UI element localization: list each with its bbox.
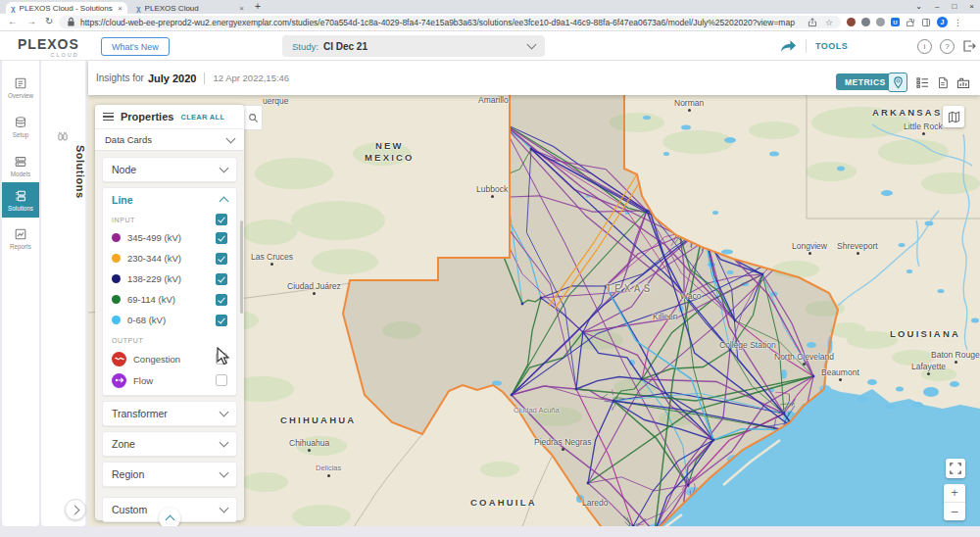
zoom-out-button[interactable]: – [944,503,965,520]
logout-icon[interactable] [962,39,976,53]
back-button[interactable]: ← [8,16,18,26]
extension-icon[interactable] [847,18,856,26]
sidebar-item-models[interactable]: Models [2,149,39,182]
browser-tab-active[interactable]: χ PLEXOS Cloud - Solutions × [6,2,127,14]
fullscreen-button[interactable] [946,459,965,478]
app-header: PLEXOS CLOUD What's New Study: CI Dec 21… [0,31,980,61]
legend-list-button[interactable] [912,73,932,92]
browser-urlbar: ← → ↻ https://cloud-web-ee-preprod2-wu2.… [0,14,980,31]
logo-subtext: CLOUD [18,53,79,59]
omnibox-icons: ☆ [808,18,833,27]
sidebar-item-reports[interactable]: Reports [2,221,39,255]
chevron-down-icon [220,504,229,513]
panel-scrollbar[interactable] [240,220,244,314]
tools-menu[interactable]: TOOLS [815,41,848,51]
congestion-icon [112,352,126,366]
tab-close-icon[interactable]: × [118,4,122,13]
flow-row: Flow [103,369,236,391]
output-group: OUTPUT [103,332,236,348]
input-checkbox[interactable] [216,214,227,225]
solutions-icon [14,189,27,203]
data-cards-dropdown[interactable]: Data Cards [95,129,244,151]
browser-tabstrip: χ PLEXOS Cloud - Solutions × χ PLEXOS Cl… [0,0,980,14]
insights-bar: Insights for July 2020 12 Apr 2022,15:46… [88,61,980,95]
region-card[interactable]: Region [102,462,237,487]
expand-panel-button[interactable] [65,499,86,520]
forward-button[interactable]: → [26,16,36,26]
flow-checkbox[interactable] [216,374,227,386]
page-bottom-strip [0,526,980,537]
properties-search-button[interactable] [244,105,263,130]
voltage-row: 138-229 (kV) [103,268,236,289]
sidebar-item-setup[interactable]: Setup [2,110,39,143]
profile-avatar[interactable]: J [937,17,948,27]
metrics-button[interactable]: METRICS [836,73,895,90]
browser-menu-icon[interactable]: ⋮ [954,18,962,27]
browser-nav-buttons: ← → ↻ [8,16,53,26]
insights-timestamp: 12 Apr 2022,15:46 [213,73,289,83]
legend-list-icon [916,76,929,89]
voltage-color-dot [112,233,121,242]
sidebar-item-overview[interactable]: Overview [2,71,39,104]
overview-icon [14,76,27,90]
window-minimize-button[interactable]: – [935,2,939,11]
voltage-checkbox[interactable] [216,253,227,265]
tab-panel-icon[interactable] [921,18,931,27]
solutions-panel-icon [53,130,71,142]
share-page-icon[interactable] [808,18,817,27]
transformer-card[interactable]: Transformer [102,401,237,426]
info-icon[interactable]: i [917,39,932,54]
window-maximize-button[interactable]: □ [952,2,956,11]
chevron-down-icon [226,133,236,143]
share-arrow-icon[interactable] [780,39,797,53]
voltage-checkbox[interactable] [216,273,227,285]
tab-close-icon[interactable]: × [239,4,244,13]
setup-icon [14,116,27,129]
plexos-logo: PLEXOS CLOUD [18,36,79,59]
reload-button[interactable]: ↻ [45,16,53,26]
voltage-checkbox[interactable] [216,315,227,326]
report-doc-button[interactable] [933,73,953,92]
chevron-down-icon [220,468,229,478]
clear-all-button[interactable]: CLEAR ALL [180,113,224,122]
chevron-down-icon [220,438,229,448]
voltage-checkbox[interactable] [216,232,227,244]
chart-export-button[interactable] [954,73,973,92]
help-icon[interactable]: ? [940,39,955,54]
chrome-chevron-icon[interactable]: ⌄ [915,2,922,11]
panel-menu-icon[interactable] [103,113,114,122]
voltage-checkbox[interactable] [216,294,227,306]
window-controls: ⌄ – □ × [915,0,974,13]
extension-icon[interactable] [861,18,870,26]
properties-panel: Properties CLEAR ALL Data Cards Node Lin… [95,105,244,520]
study-dropdown[interactable]: Study: CI Dec 21 [282,35,545,57]
bookmark-star-icon[interactable]: ☆ [825,18,833,27]
node-card[interactable]: Node [102,157,237,182]
extension-icon[interactable] [876,18,885,26]
voltage-row: 69-114 (kV) [103,289,236,310]
browser-tab-inactive[interactable]: χ PLEXOS Cloud × [131,2,249,14]
app-window: χ PLEXOS Cloud - Solutions × χ PLEXOS Cl… [0,0,980,537]
header-utility-icons: i ? [917,31,976,61]
voltage-color-dot [112,316,121,324]
map-style-button[interactable] [943,106,964,127]
chevron-down-icon [220,164,229,173]
address-bar[interactable]: https://cloud-web-ee-preprod2-wu2.energy… [59,16,841,28]
line-card-header[interactable]: Line [103,188,236,212]
window-close-button[interactable]: × [969,2,974,11]
solutions-subpanel: Solutions [41,61,86,526]
extension-badge-icon[interactable]: U [891,18,900,26]
new-tab-button[interactable]: + [255,1,261,12]
whats-new-button[interactable]: What's New [101,37,170,56]
logo-text: PLEXOS [18,36,79,52]
tab-title: PLEXOS Cloud [145,4,236,13]
zone-card[interactable]: Zone [102,431,237,457]
voltage-color-dot [112,295,121,304]
sidebar-item-solutions[interactable]: Solutions [2,182,39,218]
chevron-down-icon [220,408,229,417]
zoom-in-button[interactable]: + [944,484,965,503]
map-view-button[interactable] [888,73,907,92]
puzzle-extensions-icon[interactable] [906,18,915,27]
header-actions: TOOLS [780,31,848,61]
insights-period: July 2020 [148,73,197,84]
